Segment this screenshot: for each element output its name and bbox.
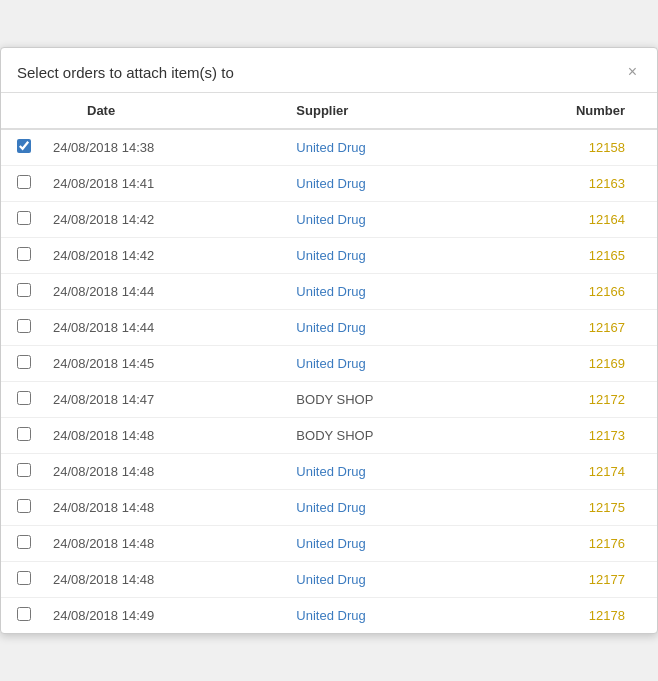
- checkbox-cell: [1, 346, 37, 382]
- number-cell[interactable]: 12166: [480, 274, 657, 310]
- checkbox-column-header: [1, 93, 37, 129]
- row-checkbox[interactable]: [17, 535, 31, 549]
- checkbox-cell: [1, 598, 37, 634]
- table-row: 24/08/2018 14:44United Drug12167: [1, 310, 657, 346]
- row-checkbox[interactable]: [17, 139, 31, 153]
- supplier-cell[interactable]: United Drug: [280, 454, 479, 490]
- date-column-header: Date: [37, 93, 280, 129]
- supplier-cell[interactable]: United Drug: [280, 129, 479, 166]
- date-cell: 24/08/2018 14:47: [37, 382, 280, 418]
- number-cell[interactable]: 12165: [480, 238, 657, 274]
- checkbox-cell: [1, 310, 37, 346]
- checkbox-cell: [1, 562, 37, 598]
- table-row: 24/08/2018 14:41United Drug12163: [1, 166, 657, 202]
- number-cell[interactable]: 12172: [480, 382, 657, 418]
- table-row: 24/08/2018 14:48United Drug12177: [1, 562, 657, 598]
- row-checkbox[interactable]: [17, 355, 31, 369]
- row-checkbox[interactable]: [17, 427, 31, 441]
- row-checkbox[interactable]: [17, 499, 31, 513]
- supplier-cell: BODY SHOP: [280, 382, 479, 418]
- date-cell: 24/08/2018 14:45: [37, 346, 280, 382]
- number-cell[interactable]: 12163: [480, 166, 657, 202]
- table-row: 24/08/2018 14:44United Drug12166: [1, 274, 657, 310]
- row-checkbox[interactable]: [17, 247, 31, 261]
- checkbox-cell: [1, 166, 37, 202]
- row-checkbox[interactable]: [17, 463, 31, 477]
- date-cell: 24/08/2018 14:48: [37, 526, 280, 562]
- checkbox-cell: [1, 129, 37, 166]
- checkbox-cell: [1, 202, 37, 238]
- date-cell: 24/08/2018 14:38: [37, 129, 280, 166]
- table-row: 24/08/2018 14:38United Drug12158: [1, 129, 657, 166]
- orders-table: Date Supplier Number 24/08/2018 14:38Uni…: [1, 93, 657, 633]
- number-cell[interactable]: 12176: [480, 526, 657, 562]
- checkbox-cell: [1, 454, 37, 490]
- row-checkbox[interactable]: [17, 319, 31, 333]
- dialog-header: Select orders to attach item(s) to ×: [1, 48, 657, 93]
- row-checkbox[interactable]: [17, 175, 31, 189]
- date-cell: 24/08/2018 14:48: [37, 562, 280, 598]
- date-cell: 24/08/2018 14:42: [37, 238, 280, 274]
- close-button[interactable]: ×: [624, 62, 641, 82]
- number-cell[interactable]: 12167: [480, 310, 657, 346]
- table-row: 24/08/2018 14:48BODY SHOP12173: [1, 418, 657, 454]
- date-cell: 24/08/2018 14:42: [37, 202, 280, 238]
- number-cell[interactable]: 12158: [480, 129, 657, 166]
- row-checkbox[interactable]: [17, 607, 31, 621]
- number-cell[interactable]: 12174: [480, 454, 657, 490]
- supplier-cell[interactable]: United Drug: [280, 562, 479, 598]
- table-row: 24/08/2018 14:42United Drug12164: [1, 202, 657, 238]
- table-row: 24/08/2018 14:42United Drug12165: [1, 238, 657, 274]
- table-header-row: Date Supplier Number: [1, 93, 657, 129]
- date-cell: 24/08/2018 14:48: [37, 490, 280, 526]
- number-column-header: Number: [480, 93, 657, 129]
- checkbox-cell: [1, 274, 37, 310]
- date-cell: 24/08/2018 14:44: [37, 274, 280, 310]
- supplier-cell[interactable]: United Drug: [280, 598, 479, 634]
- supplier-cell[interactable]: United Drug: [280, 490, 479, 526]
- date-cell: 24/08/2018 14:44: [37, 310, 280, 346]
- row-checkbox[interactable]: [17, 571, 31, 585]
- number-cell[interactable]: 12177: [480, 562, 657, 598]
- supplier-cell: BODY SHOP: [280, 418, 479, 454]
- table-body: 24/08/2018 14:38United Drug1215824/08/20…: [1, 129, 657, 633]
- table-row: 24/08/2018 14:47BODY SHOP12172: [1, 382, 657, 418]
- supplier-cell[interactable]: United Drug: [280, 202, 479, 238]
- number-cell[interactable]: 12175: [480, 490, 657, 526]
- table-row: 24/08/2018 14:45United Drug12169: [1, 346, 657, 382]
- supplier-cell[interactable]: United Drug: [280, 346, 479, 382]
- date-cell: 24/08/2018 14:48: [37, 454, 280, 490]
- checkbox-cell: [1, 238, 37, 274]
- table-row: 24/08/2018 14:48United Drug12176: [1, 526, 657, 562]
- table-row: 24/08/2018 14:48United Drug12174: [1, 454, 657, 490]
- checkbox-cell: [1, 418, 37, 454]
- select-orders-dialog: Select orders to attach item(s) to × Dat…: [0, 47, 658, 634]
- supplier-cell[interactable]: United Drug: [280, 526, 479, 562]
- row-checkbox[interactable]: [17, 283, 31, 297]
- checkbox-cell: [1, 526, 37, 562]
- supplier-cell[interactable]: United Drug: [280, 310, 479, 346]
- table-container: Date Supplier Number 24/08/2018 14:38Uni…: [1, 93, 657, 633]
- row-checkbox[interactable]: [17, 391, 31, 405]
- date-cell: 24/08/2018 14:41: [37, 166, 280, 202]
- supplier-cell[interactable]: United Drug: [280, 166, 479, 202]
- checkbox-cell: [1, 490, 37, 526]
- table-row: 24/08/2018 14:48United Drug12175: [1, 490, 657, 526]
- table-row: 24/08/2018 14:49United Drug12178: [1, 598, 657, 634]
- number-cell[interactable]: 12169: [480, 346, 657, 382]
- checkbox-cell: [1, 382, 37, 418]
- supplier-cell[interactable]: United Drug: [280, 238, 479, 274]
- number-cell[interactable]: 12173: [480, 418, 657, 454]
- date-cell: 24/08/2018 14:49: [37, 598, 280, 634]
- row-checkbox[interactable]: [17, 211, 31, 225]
- supplier-column-header: Supplier: [280, 93, 479, 129]
- number-cell[interactable]: 12164: [480, 202, 657, 238]
- date-cell: 24/08/2018 14:48: [37, 418, 280, 454]
- supplier-cell[interactable]: United Drug: [280, 274, 479, 310]
- dialog-title: Select orders to attach item(s) to: [17, 64, 234, 81]
- number-cell[interactable]: 12178: [480, 598, 657, 634]
